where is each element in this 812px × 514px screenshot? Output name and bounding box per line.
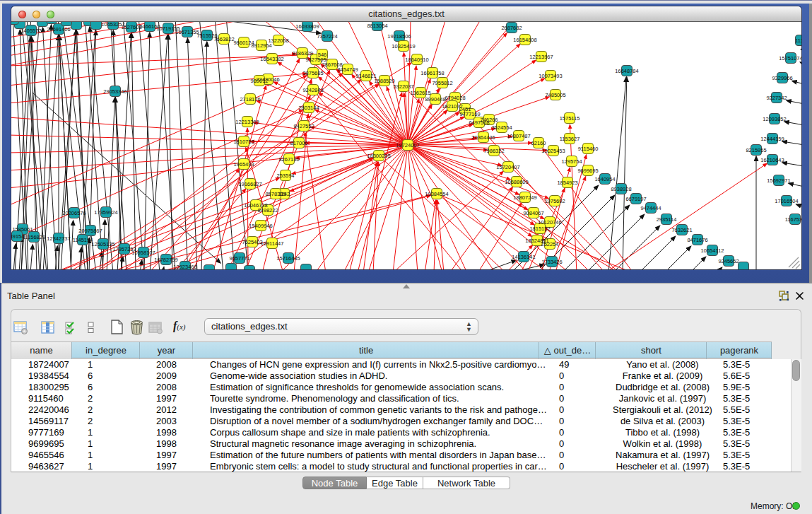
svg-text:1575115: 1575115: [560, 115, 580, 122]
svg-text:9777169: 9777169: [459, 111, 480, 117]
svg-text:10654112: 10654112: [701, 247, 724, 254]
svg-text:1975692: 1975692: [544, 198, 565, 204]
svg-text:9245652: 9245652: [718, 258, 739, 264]
svg-text:1167533: 1167533: [785, 216, 801, 223]
svg-text:16210643: 16210643: [760, 157, 784, 163]
svg-text:22691406: 22691406: [47, 26, 70, 33]
svg-text:989012: 989012: [250, 78, 268, 84]
svg-text:10688609: 10688609: [505, 179, 528, 185]
svg-text:9146821: 9146821: [355, 73, 376, 79]
svg-text:19384554: 19384554: [425, 191, 448, 197]
svg-text:19166827: 19166827: [238, 181, 261, 187]
svg-text:1405572: 1405572: [20, 28, 41, 34]
svg-text:1585061: 1585061: [12, 226, 33, 233]
svg-text:2803144: 2803144: [298, 105, 319, 111]
svg-text:12505135: 12505135: [91, 241, 114, 247]
svg-text:1854923: 1854923: [557, 180, 577, 186]
svg-text:1810755: 1810755: [233, 139, 254, 145]
svg-text:12444159: 12444159: [760, 136, 784, 142]
svg-text:3624554: 3624554: [491, 124, 512, 131]
svg-text:1640954: 1640954: [594, 176, 615, 182]
svg-text:8186328: 8186328: [292, 50, 312, 57]
svg-text:8267130: 8267130: [278, 156, 299, 163]
svg-text:7986322: 7986322: [483, 148, 504, 154]
svg-text:10325419: 10325419: [392, 43, 415, 49]
svg-text:3875685: 3875685: [302, 70, 323, 76]
svg-text:1733426: 1733426: [541, 259, 562, 265]
svg-text:16154808: 16154808: [513, 37, 536, 43]
svg-text:18724007: 18724007: [396, 142, 419, 148]
svg-text:1295754: 1295754: [561, 158, 582, 165]
svg-text:2935114: 2935114: [657, 216, 677, 223]
svg-text:1965493: 1965493: [233, 161, 254, 168]
svg-text:6679197: 6679197: [625, 196, 646, 202]
svg-text:6794028: 6794028: [445, 95, 465, 101]
svg-text:8454749: 8454749: [337, 66, 358, 73]
svg-text:15409946: 15409946: [249, 223, 272, 229]
svg-text:2718176: 2718176: [240, 96, 260, 103]
svg-text:16648784: 16648784: [615, 68, 638, 74]
svg-text:546: 546: [318, 52, 327, 58]
svg-text:15751074: 15751074: [779, 55, 801, 62]
svg-text:10807487: 10807487: [507, 133, 530, 139]
svg-text:12923468: 12923468: [173, 264, 196, 270]
svg-text:1153627: 1153627: [560, 136, 580, 142]
svg-text:9115460: 9115460: [578, 146, 599, 152]
svg-text:12093852: 12093852: [763, 116, 786, 122]
svg-text:7632621: 7632621: [671, 227, 692, 233]
svg-text:16961758: 16961758: [420, 70, 444, 76]
svg-text:15692971: 15692971: [767, 177, 790, 184]
svg-text:9084067: 9084067: [523, 210, 543, 216]
svg-text:16033809: 16033809: [295, 23, 319, 30]
svg-text:1322058: 1322058: [268, 37, 288, 44]
svg-text:8498222: 8498222: [257, 207, 278, 214]
svg-text:16543382: 16543382: [260, 56, 283, 62]
svg-text:15720407: 15720407: [496, 164, 519, 170]
svg-text:10120746: 10120746: [538, 219, 561, 226]
svg-text:17359924: 17359924: [94, 209, 117, 216]
svg-text:12213369: 12213369: [235, 119, 259, 125]
svg-text:17016504: 17016504: [775, 198, 798, 204]
svg-text:14136141: 14136141: [512, 254, 535, 260]
svg-text:1527602: 1527602: [121, 24, 141, 30]
svg-text:8990448: 8990448: [425, 96, 445, 103]
svg-text:7357224: 7357224: [317, 33, 337, 40]
svg-text:7485005: 7485005: [545, 92, 565, 98]
svg-text:10973493: 10973493: [539, 73, 562, 79]
svg-text:62160: 62160: [531, 140, 546, 146]
svg-text:746266: 746266: [480, 117, 498, 123]
svg-text:18640910: 18640910: [405, 57, 428, 63]
svg-text:10958107: 10958107: [131, 250, 155, 256]
svg-text:252254: 252254: [541, 241, 558, 247]
svg-text:8215955: 8215955: [746, 147, 766, 153]
svg-text:9242848: 9242848: [302, 87, 323, 93]
svg-text:2687682: 2687682: [501, 25, 522, 31]
svg-text:7955812: 7955812: [432, 80, 452, 86]
svg-text:10025453: 10025453: [541, 148, 565, 154]
svg-text:1145194: 1145194: [73, 237, 93, 243]
svg-text:16782759: 16782759: [154, 257, 177, 263]
svg-text:20206576: 20206576: [62, 210, 86, 216]
svg-text:8938928: 8938928: [611, 186, 631, 192]
svg-text:18807249: 18807249: [513, 194, 536, 201]
svg-text:18300295: 18300295: [367, 153, 390, 159]
svg-text:15716485: 15716485: [276, 255, 300, 262]
svg-text:9657771: 9657771: [229, 255, 249, 262]
svg-text:7625402: 7625402: [242, 239, 262, 245]
svg-text:16671355: 16671355: [175, 29, 199, 35]
svg-text:12342737: 12342737: [47, 235, 70, 242]
svg-text:12213967: 12213967: [529, 54, 553, 60]
svg-text:8578335: 8578335: [265, 191, 286, 197]
svg-text:8813054: 8813054: [367, 23, 387, 29]
svg-text:8427552: 8427552: [293, 123, 314, 129]
svg-text:16911447: 16911447: [261, 240, 284, 247]
svg-text:11156829: 11156829: [23, 234, 45, 240]
svg-text:9474444: 9474444: [640, 205, 661, 211]
svg-text:1362615: 1362615: [410, 90, 430, 96]
svg-text:1588520: 1588520: [374, 78, 394, 84]
svg-text:9329966: 9329966: [772, 75, 792, 81]
svg-text:817006: 817006: [290, 140, 307, 146]
svg-text:9227342: 9227342: [766, 95, 787, 101]
svg-text:29053346: 29053346: [103, 88, 126, 95]
svg-text:5322037: 5322037: [393, 83, 413, 90]
